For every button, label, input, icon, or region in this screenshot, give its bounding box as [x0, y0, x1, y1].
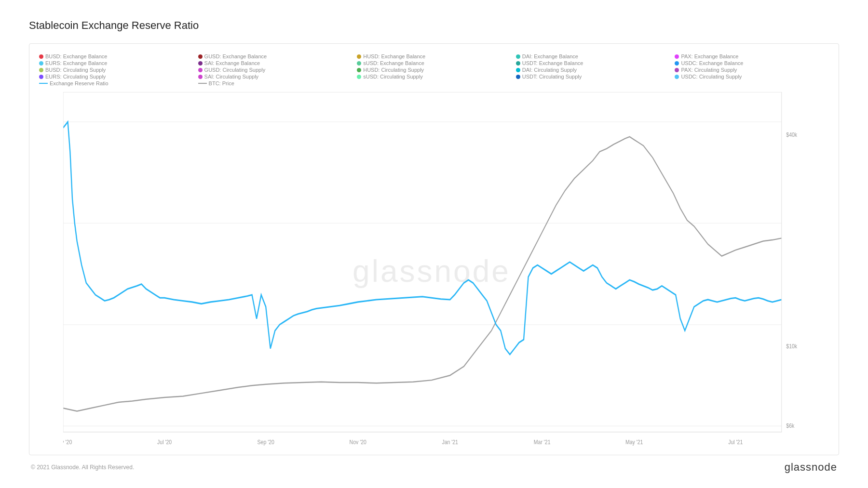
legend-item: DAI: Circulating Supply — [516, 67, 670, 73]
svg-text:Sep '20: Sep '20 — [258, 438, 274, 446]
legend-dot — [357, 54, 361, 59]
svg-text:Jul '20: Jul '20 — [157, 438, 172, 446]
legend-label: HUSD: Circulating Supply — [363, 67, 424, 73]
legend-item: SAI: Circulating Supply — [198, 74, 353, 79]
legend-dot — [516, 68, 520, 72]
legend-item: DAI: Exchange Balance — [516, 53, 670, 59]
legend-dot — [516, 75, 520, 79]
legend-item: USDT: Exchange Balance — [516, 60, 670, 66]
chart-svg: 0.05 0.15 0.25 $6k $10k $40k May '20 Jul… — [63, 92, 800, 450]
legend-item: BUSD: Circulating Supply — [39, 67, 193, 73]
legend-label: Exchange Reserve Ratio — [50, 80, 108, 86]
legend-line — [198, 83, 207, 84]
legend-dot — [675, 54, 679, 59]
legend-label: GUSD: Exchange Balance — [204, 53, 267, 59]
svg-text:May '21: May '21 — [625, 438, 643, 446]
legend-item: PAX: Exchange Balance — [675, 53, 829, 59]
svg-text:Jul '21: Jul '21 — [728, 438, 743, 446]
legend-dot — [39, 61, 43, 66]
legend-dot — [516, 54, 520, 59]
legend-item: HUSD: Exchange Balance — [357, 53, 511, 59]
legend-item: sUSD: Exchange Balance — [357, 60, 511, 66]
legend-item: GUSD: Circulating Supply — [198, 67, 353, 73]
legend-label: EURS: Circulating Supply — [45, 74, 106, 79]
svg-text:May '20: May '20 — [63, 438, 72, 446]
legend-label: USDT: Exchange Balance — [522, 60, 583, 66]
legend-label: BUSD: Exchange Balance — [45, 53, 107, 59]
svg-text:$10k: $10k — [786, 343, 798, 350]
legend-item: USDC: Exchange Balance — [675, 60, 829, 66]
legend-item: GUSD: Exchange Balance — [198, 53, 353, 59]
legend-line — [39, 83, 48, 84]
legend-dot — [675, 61, 679, 66]
legend-item: HUSD: Circulating Supply — [357, 67, 511, 73]
legend-label: BUSD: Circulating Supply — [45, 67, 106, 73]
legend-dot — [516, 61, 520, 66]
legend-label: PAX: Exchange Balance — [681, 53, 738, 59]
legend-dot — [198, 54, 203, 59]
svg-text:$6k: $6k — [786, 422, 795, 430]
legend-label: USDC: Circulating Supply — [681, 74, 742, 79]
legend-dot — [39, 54, 43, 59]
chart-area: glassnode 0.05 0.15 0.25 $6k $10k — [63, 92, 800, 450]
legend-item: PAX: Circulating Supply — [675, 67, 829, 73]
legend-dot — [198, 68, 203, 72]
legend-label: DAI: Exchange Balance — [522, 53, 578, 59]
legend-label: sUSD: Exchange Balance — [363, 60, 424, 66]
legend-label: sUSD: Circulating Supply — [363, 74, 423, 79]
legend-dot — [39, 68, 43, 72]
svg-text:$40k: $40k — [786, 131, 798, 139]
legend-label: SAI: Exchange Balance — [204, 60, 260, 66]
svg-text:Nov '20: Nov '20 — [350, 438, 366, 446]
legend-label: EURS: Exchange Balance — [45, 60, 107, 66]
legend-label: USDC: Exchange Balance — [681, 60, 743, 66]
legend-label: USDT: Circulating Supply — [522, 74, 582, 79]
footer-copyright: © 2021 Glassnode. All Rights Reserved. — [31, 464, 134, 471]
legend-item: SAI: Exchange Balance — [198, 60, 353, 66]
legend-dot — [198, 75, 203, 79]
svg-text:Jan '21: Jan '21 — [442, 438, 458, 446]
svg-text:Mar '21: Mar '21 — [534, 438, 551, 446]
legend-item: EURS: Circulating Supply — [39, 74, 193, 79]
legend-item: BUSD: Exchange Balance — [39, 53, 193, 59]
chart-legend: BUSD: Exchange Balance GUSD: Exchange Ba… — [39, 53, 829, 86]
legend-item-exchange-reserve-ratio: Exchange Reserve Ratio — [39, 80, 193, 86]
legend-item: USDC: Circulating Supply — [675, 74, 829, 79]
legend-dot — [675, 75, 679, 79]
chart-wrapper: BUSD: Exchange Balance GUSD: Exchange Ba… — [29, 43, 839, 455]
footer: © 2021 Glassnode. All Rights Reserved. g… — [29, 461, 839, 474]
page-title: Stablecoin Exchange Reserve Ratio — [29, 19, 839, 32]
legend-dot — [357, 61, 361, 66]
legend-item: USDT: Circulating Supply — [516, 74, 670, 79]
exchange-reserve-ratio-line — [63, 122, 782, 355]
footer-logo: glassnode — [785, 461, 837, 474]
legend-dot — [357, 75, 361, 79]
legend-dot — [357, 68, 361, 72]
legend-dot — [198, 61, 203, 66]
legend-label: BTC: Price — [209, 80, 234, 86]
legend-item-btc-price: BTC: Price — [198, 80, 353, 86]
legend-label: PAX: Circulating Supply — [681, 67, 737, 73]
legend-item: EURS: Exchange Balance — [39, 60, 193, 66]
legend-label: GUSD: Circulating Supply — [204, 67, 266, 73]
legend-dot — [675, 68, 679, 72]
legend-label: HUSD: Exchange Balance — [363, 53, 425, 59]
btc-price-line — [63, 137, 782, 411]
legend-label: SAI: Circulating Supply — [204, 74, 259, 79]
legend-dot — [39, 75, 43, 79]
page-container: Stablecoin Exchange Reserve Ratio BUSD: … — [0, 0, 868, 488]
legend-label: DAI: Circulating Supply — [522, 67, 577, 73]
legend-item: sUSD: Circulating Supply — [357, 74, 511, 79]
